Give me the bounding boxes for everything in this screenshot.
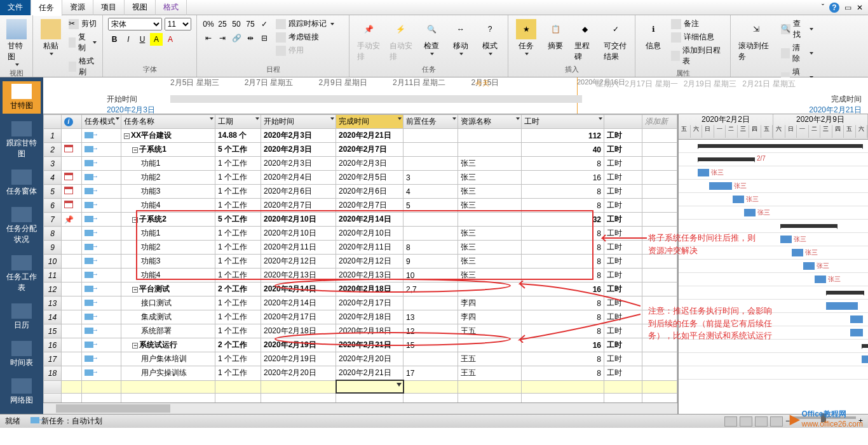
col-work[interactable]: 工时 bbox=[522, 115, 604, 129]
gantt-row[interactable] bbox=[679, 286, 868, 300]
pred-cell[interactable]: 9 bbox=[403, 255, 458, 269]
font-size-select[interactable]: 11 bbox=[165, 18, 191, 30]
help-icon[interactable]: ? bbox=[829, 3, 839, 13]
end-cell[interactable]: 2020年2月6日 bbox=[336, 185, 403, 199]
link-button[interactable]: 🔗 bbox=[230, 32, 243, 44]
work-cell[interactable]: 8 bbox=[522, 269, 604, 282]
start-cell[interactable]: 2020年2月13日 bbox=[261, 269, 336, 282]
dropdown-icon[interactable] bbox=[398, 117, 402, 120]
gantt-bar[interactable] bbox=[815, 276, 826, 283]
worktype-cell[interactable]: 工时 bbox=[604, 199, 642, 213]
res-cell[interactable]: 张三 bbox=[458, 171, 522, 185]
gantt-bar[interactable] bbox=[792, 249, 803, 256]
task-row[interactable]: 18 用户实操训练 1 个工作 2020年2月20日 2020年2月21日 17… bbox=[44, 366, 677, 381]
summary-button[interactable]: 📋摘要 bbox=[543, 18, 568, 53]
end-cell[interactable]: 2020年2月5日 bbox=[336, 171, 403, 185]
row-number[interactable]: 11 bbox=[44, 269, 62, 282]
cut-button[interactable]: ✂剪切 bbox=[67, 18, 98, 30]
task-row[interactable]: 11 功能4 1 个工作 2020年2月13日 2020年2月13日 10 张三… bbox=[44, 269, 677, 282]
res-cell[interactable]: 王五 bbox=[458, 352, 522, 366]
col-end[interactable]: 完成时间 bbox=[336, 115, 403, 129]
work-cell[interactable]: 8 bbox=[522, 310, 604, 324]
notes-button[interactable]: 备注 bbox=[670, 18, 725, 30]
worktype-cell[interactable]: 工时 bbox=[604, 241, 642, 255]
res-cell[interactable] bbox=[458, 213, 522, 227]
auto-schedule-button[interactable]: ⚡自动安排 bbox=[387, 18, 416, 63]
dur-cell[interactable]: 1 个工作 bbox=[215, 352, 261, 366]
sidebar-tracking-gantt[interactable]: 跟踪甘特图 bbox=[3, 119, 41, 162]
col-info[interactable]: i bbox=[62, 115, 82, 129]
gantt-row[interactable]: 张三 bbox=[679, 206, 868, 220]
gantt-view-button[interactable]: 甘特图 bbox=[5, 18, 27, 67]
collapse-icon[interactable]: − bbox=[132, 217, 138, 223]
res-cell[interactable]: 张三 bbox=[458, 199, 522, 213]
end-cell[interactable]: 2020年2月18日 bbox=[336, 282, 403, 296]
res-cell[interactable]: 王五 bbox=[458, 324, 522, 338]
extra-cell[interactable] bbox=[642, 143, 677, 157]
extra-cell[interactable] bbox=[642, 129, 677, 143]
worktype-cell[interactable]: 工时 bbox=[604, 213, 642, 227]
worktype-cell[interactable]: 工时 bbox=[604, 171, 642, 185]
name-cell[interactable]: 接口测试 bbox=[121, 296, 215, 310]
timeline-panel[interactable]: 2月5日 星期三 2月7日 星期五 2月9日 星期日 2月11日 星期二 今天 … bbox=[43, 77, 868, 114]
start-cell[interactable]: 2020年2月18日 bbox=[261, 324, 336, 338]
sidebar-network[interactable]: 网络图 bbox=[3, 376, 41, 408]
gantt-bar[interactable] bbox=[850, 315, 863, 323]
res-cell[interactable]: 张三 bbox=[458, 185, 522, 199]
worktype-cell[interactable]: 工时 bbox=[604, 338, 642, 352]
dur-cell[interactable]: 1 个工作 bbox=[215, 269, 261, 282]
dropdown-icon[interactable] bbox=[452, 117, 456, 120]
move-button[interactable]: ↔移动 bbox=[448, 18, 473, 56]
pct50-button[interactable]: 50 bbox=[230, 18, 243, 30]
dur-cell[interactable]: 1 个工作 bbox=[215, 255, 261, 269]
end-cell[interactable]: 2020年2月18日 bbox=[336, 324, 403, 338]
dur-cell[interactable]: 1 个工作 bbox=[215, 157, 261, 171]
pred-cell[interactable] bbox=[403, 227, 458, 241]
dur-cell[interactable]: 1 个工作 bbox=[215, 296, 261, 310]
col-name[interactable]: 任务名称 bbox=[121, 115, 215, 129]
pct100-button[interactable]: ✓ bbox=[258, 18, 271, 30]
start-cell[interactable]: 2020年2月20日 bbox=[261, 366, 336, 381]
dur-cell[interactable]: 1 个工作 bbox=[215, 324, 261, 338]
name-cell[interactable]: 系统部署 bbox=[121, 324, 215, 338]
mode-cell[interactable] bbox=[82, 213, 121, 227]
row-number[interactable]: 5 bbox=[44, 185, 62, 199]
end-cell[interactable]: 2020年2月21日 bbox=[336, 366, 403, 381]
mode-cell[interactable] bbox=[82, 269, 121, 282]
work-cell[interactable]: 112 bbox=[522, 129, 604, 143]
gantt-bar[interactable] bbox=[862, 344, 868, 348]
pred-cell[interactable]: 4 bbox=[403, 185, 458, 199]
res-cell[interactable] bbox=[458, 129, 522, 143]
gantt-row[interactable]: 张三 bbox=[679, 180, 868, 193]
name-cell[interactable]: 用户实操训练 bbox=[121, 366, 215, 381]
extra-cell[interactable] bbox=[642, 157, 677, 171]
dropdown-icon[interactable] bbox=[210, 117, 214, 120]
collapse-icon[interactable]: − bbox=[132, 343, 138, 349]
mode-cell[interactable] bbox=[82, 324, 121, 338]
res-cell[interactable] bbox=[458, 282, 522, 296]
worktype-cell[interactable]: 工时 bbox=[604, 227, 642, 241]
row-number[interactable]: 9 bbox=[44, 241, 62, 255]
collapse-icon[interactable]: − bbox=[124, 133, 130, 139]
row-number[interactable]: 16 bbox=[44, 338, 62, 352]
worktype-cell[interactable]: 工时 bbox=[604, 282, 642, 296]
row-number[interactable]: 1 bbox=[44, 129, 62, 143]
pred-cell[interactable] bbox=[403, 157, 458, 171]
end-cell[interactable]: 2020年2月21日 bbox=[336, 338, 403, 352]
work-cell[interactable]: 8 bbox=[522, 227, 604, 241]
pred-cell[interactable]: 3 bbox=[403, 171, 458, 185]
dur-cell[interactable]: 5 个工作 bbox=[215, 143, 261, 157]
empty-row[interactable] bbox=[44, 380, 677, 393]
end-cell[interactable]: 2020年2月11日 bbox=[336, 241, 403, 255]
task-row[interactable]: 3 功能1 1 个工作 2020年2月3日 2020年2月3日 张三 8 工时 bbox=[44, 157, 677, 171]
tab-task[interactable]: 任务 bbox=[31, 0, 62, 16]
view-btn4[interactable] bbox=[770, 416, 783, 427]
worktype-cell[interactable]: 工时 bbox=[604, 310, 642, 324]
task-row[interactable]: 9 功能2 1 个工作 2020年2月11日 2020年2月11日 8 张三 8… bbox=[44, 241, 677, 255]
detail-button[interactable]: 详细信息 bbox=[670, 31, 725, 43]
work-cell[interactable]: 8 bbox=[522, 199, 604, 213]
info-cell[interactable] bbox=[62, 199, 82, 213]
info-cell[interactable] bbox=[62, 129, 82, 143]
worktype-cell[interactable]: 工时 bbox=[604, 296, 642, 310]
pct0-button[interactable]: 0% bbox=[202, 18, 215, 30]
